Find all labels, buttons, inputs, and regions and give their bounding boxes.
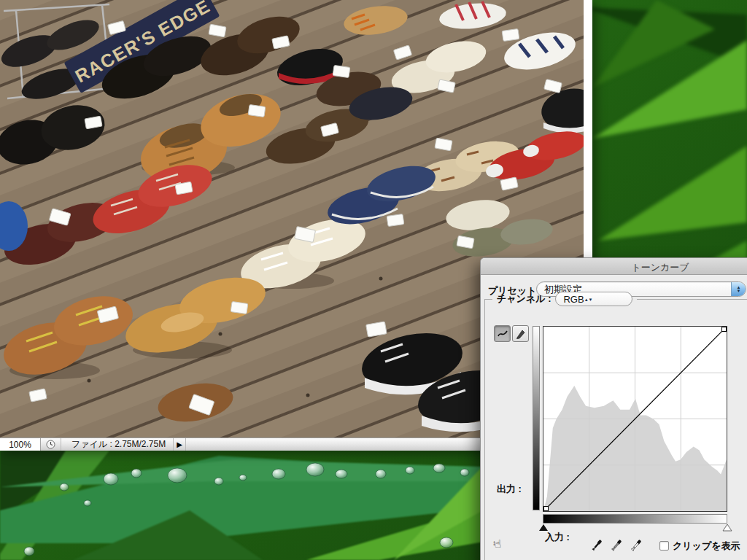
gray-point-eyedropper-button[interactable] (610, 538, 623, 553)
output-gradient-bar (533, 326, 540, 510)
status-bar-menu-button[interactable]: ▶ (173, 438, 186, 451)
curve-handle-shadow[interactable] (544, 507, 549, 511)
clip-checkbox[interactable] (659, 541, 669, 551)
dialog-title: トーンカーブ (631, 261, 689, 274)
version-cue-zone (41, 438, 61, 451)
channel-stepper-icon[interactable]: ▲▼ (584, 292, 593, 306)
channel-value: RGB (563, 294, 584, 305)
pencil-icon (515, 328, 527, 340)
curve-tool-button[interactable] (494, 325, 511, 342)
output-label: 出力 : (497, 483, 522, 496)
black-point-slider[interactable] (539, 524, 548, 531)
curve-plot[interactable] (543, 327, 727, 511)
file-info: ファイル : 2.75M/2.75M (61, 438, 173, 451)
curves-dialog: トーンカーブ プリセット : 初期設定 ▲▼ チャンネル : RGB ▲▼ (480, 257, 747, 560)
white-point-slider[interactable] (723, 524, 732, 531)
curve-handle-highlight[interactable] (722, 327, 727, 332)
channel-select[interactable]: RGB ▲▼ (555, 292, 632, 306)
clip-checkbox-label: クリップを表示 (673, 540, 740, 553)
dialog-titlebar[interactable]: トーンカーブ (481, 258, 747, 275)
channel-label: チャンネル : (497, 292, 551, 306)
white-point-eyedropper-button[interactable] (630, 538, 643, 553)
input-label: 入力 : (545, 531, 570, 544)
zoom-level-field[interactable]: 100% (0, 438, 41, 451)
input-gradient-bar (543, 514, 727, 524)
curve-tool-icon (497, 328, 508, 340)
zoom-level-value: 100% (9, 440, 31, 450)
targeted-adjustment-icon[interactable]: ↕☝ (492, 537, 500, 551)
pencil-tool-button[interactable] (512, 325, 529, 342)
black-point-eyedropper-button[interactable] (590, 538, 603, 553)
clock-icon (46, 440, 55, 449)
curve-plot-frame (543, 326, 727, 512)
